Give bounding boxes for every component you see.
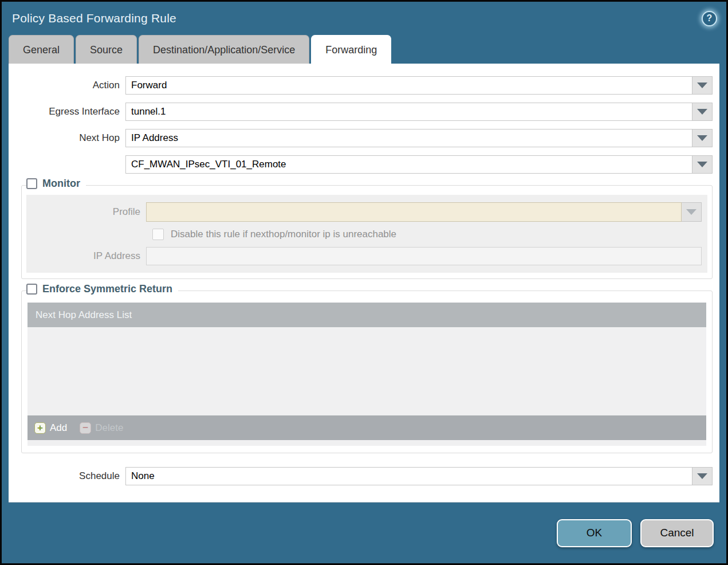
profile-row: Profile (26, 202, 702, 222)
schedule-row: Schedule None (15, 467, 713, 485)
ok-button[interactable]: OK (557, 519, 632, 547)
grid-bottom-strip (27, 440, 706, 446)
monitor-legend: Monitor (26, 178, 86, 190)
next-hop-address-combobox[interactable]: CF_MWAN_IPsec_VTI_01_Remote (125, 155, 713, 174)
next-hop-dropdown-button[interactable] (692, 129, 713, 147)
next-hop-address-list-toolbar: + Add − Delete (27, 415, 706, 440)
monitor-ip-address-label: IP Address (26, 250, 146, 262)
monitor-ip-address-value (146, 247, 702, 265)
next-hop-address-value[interactable]: CF_MWAN_IPsec_VTI_01_Remote (125, 155, 692, 174)
delete-button-label: Delete (95, 422, 123, 434)
schedule-combobox[interactable]: None (125, 467, 713, 485)
action-value[interactable]: Forward (125, 76, 692, 95)
monitor-fieldset: Monitor Profile Disable this rule (21, 185, 713, 279)
action-dropdown-button[interactable] (692, 76, 713, 95)
chevron-down-icon (686, 209, 696, 215)
next-hop-combobox[interactable]: IP Address (125, 129, 713, 147)
dialog-titlebar: Policy Based Forwarding Rule ? (2, 2, 726, 35)
enforce-symmetric-return-checkbox[interactable] (26, 284, 37, 295)
next-hop-address-dropdown-button[interactable] (692, 155, 713, 174)
schedule-label: Schedule (15, 470, 125, 482)
egress-interface-label: Egress Interface (15, 106, 125, 117)
next-hop-address-list-body[interactable] (27, 327, 706, 415)
dialog-title: Policy Based Forwarding Rule (12, 11, 176, 25)
monitor-ip-address-row: IP Address (26, 247, 702, 265)
disable-rule-label: Disable this rule if nexthop/monitor ip … (171, 229, 396, 240)
profile-dropdown-button (682, 202, 702, 222)
monitor-checkbox[interactable] (26, 178, 37, 189)
forwarding-tab-panel: Action Forward Egress Interface tunnel.1… (9, 64, 719, 503)
tab-general[interactable]: General (9, 35, 74, 64)
egress-interface-row: Egress Interface tunnel.1 (15, 103, 713, 121)
schedule-dropdown-button[interactable] (692, 467, 713, 485)
next-hop-address-list-header: Next Hop Address List (27, 303, 706, 327)
policy-based-forwarding-dialog: Policy Based Forwarding Rule ? General S… (0, 0, 728, 565)
add-button[interactable]: + Add (34, 422, 67, 434)
enforce-symmetric-return-fieldset: Enforce Symmetric Return Next Hop Addres… (21, 291, 713, 453)
egress-interface-combobox[interactable]: tunnel.1 (125, 103, 713, 121)
next-hop-value[interactable]: IP Address (125, 129, 692, 147)
profile-label: Profile (26, 206, 146, 218)
chevron-down-icon (697, 162, 707, 167)
plus-icon: + (34, 422, 46, 434)
monitor-ip-address-field (146, 247, 702, 265)
egress-interface-value[interactable]: tunnel.1 (125, 103, 692, 121)
profile-combobox (146, 202, 702, 222)
next-hop-label: Next Hop (15, 132, 125, 144)
tab-forwarding[interactable]: Forwarding (311, 35, 391, 64)
disable-rule-checkbox (152, 229, 164, 240)
disable-rule-row: Disable this rule if nexthop/monitor ip … (152, 229, 702, 240)
egress-interface-dropdown-button[interactable] (692, 103, 713, 121)
cancel-button[interactable]: Cancel (640, 519, 714, 547)
action-label: Action (15, 80, 125, 91)
monitor-legend-label: Monitor (42, 178, 80, 190)
chevron-down-icon (697, 135, 707, 141)
dialog-footer: OK Cancel (2, 503, 726, 563)
next-hop-row: Next Hop IP Address (15, 129, 713, 147)
chevron-down-icon (697, 473, 707, 479)
tab-source[interactable]: Source (76, 35, 137, 64)
monitor-panel: Profile Disable this rule if nexthop/mon… (26, 195, 707, 273)
schedule-value[interactable]: None (125, 467, 692, 485)
chevron-down-icon (697, 83, 707, 88)
enforce-symmetric-return-legend: Enforce Symmetric Return (26, 283, 178, 295)
help-icon[interactable]: ? (702, 11, 717, 26)
chevron-down-icon (697, 109, 707, 115)
next-hop-address-list-grid: Next Hop Address List + Add − Delete (27, 303, 706, 446)
enforce-symmetric-return-legend-label: Enforce Symmetric Return (42, 283, 172, 295)
delete-button: − Delete (80, 422, 123, 434)
action-combobox[interactable]: Forward (125, 76, 713, 95)
tab-destination-application-service[interactable]: Destination/Application/Service (139, 35, 309, 64)
action-row: Action Forward (15, 76, 713, 95)
tab-bar: General Source Destination/Application/S… (2, 35, 726, 64)
add-button-label: Add (50, 422, 67, 434)
minus-icon: − (80, 422, 91, 434)
next-hop-address-row: CF_MWAN_IPsec_VTI_01_Remote (15, 155, 713, 174)
profile-value (146, 202, 682, 222)
